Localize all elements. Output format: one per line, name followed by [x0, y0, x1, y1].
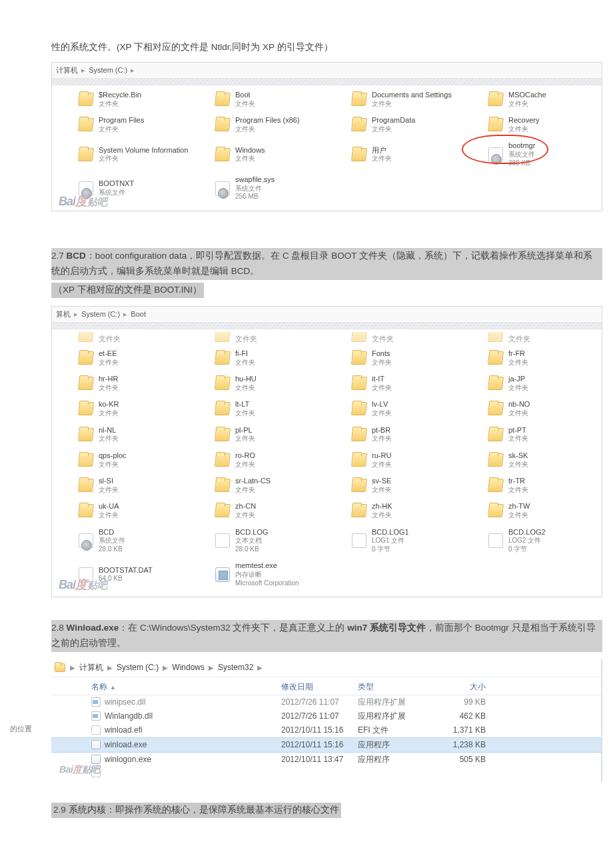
- file-item[interactable]: swapfile.sys系统文件256 MB: [195, 173, 328, 204]
- file-type: 文件夹: [235, 125, 300, 134]
- file-item[interactable]: bootmgr系统文件388 KB: [468, 139, 602, 170]
- file-item[interactable]: memtest.exe内存诊断Microsoft Corporation: [195, 559, 328, 590]
- file-item[interactable]: BCD.LOG文本文档28.0 KB: [195, 525, 328, 557]
- folder-icon: [487, 477, 504, 494]
- col-name[interactable]: 名称▲: [91, 681, 281, 693]
- breadcrumb-seg[interactable]: System (C:): [117, 663, 159, 672]
- file-item[interactable]: MSOCache文件夹: [468, 88, 602, 111]
- file-item[interactable]: it-IT文件夹: [332, 372, 465, 395]
- table-row[interactable]: winload.efi2012/10/11 15:16EFI 文件1,371 K…: [51, 723, 601, 737]
- file-item[interactable]: nl-NL文件夹: [59, 423, 192, 446]
- folder-icon: [214, 400, 231, 417]
- file-item[interactable]: uk-UA文件夹: [59, 499, 192, 522]
- file-item[interactable]: tr-TR文件夹: [468, 474, 602, 497]
- file-item[interactable]: sv-SE文件夹: [332, 474, 465, 497]
- breadcrumb-seg[interactable]: System (C:): [81, 310, 120, 318]
- file-item[interactable]: Fonts文件夹: [332, 347, 465, 369]
- file-item[interactable]: ja-JP文件夹: [468, 372, 602, 395]
- file-item[interactable]: BCD系统文件28.0 KB: [59, 525, 192, 557]
- breadcrumb-seg[interactable]: Boot: [131, 310, 146, 318]
- breadcrumb-seg[interactable]: 计算机: [56, 66, 78, 74]
- table-row[interactable]: winipsec.dll2012/7/26 11:07应用程序扩展99 KB: [51, 695, 601, 709]
- cell-size: 99 KB: [434, 697, 491, 707]
- breadcrumb[interactable]: 算机 ▸ System (C:) ▸ Boot: [52, 306, 602, 323]
- file-item[interactable]: hr-HR文件夹: [59, 372, 192, 395]
- file-item[interactable]: zh-CN文件夹: [195, 499, 328, 522]
- file-label-group: Boot文件夹: [235, 91, 255, 108]
- table-row[interactable]: [51, 767, 601, 779]
- table-row[interactable]: winlogon.exe2012/10/11 13:47应用程序505 KB: [51, 753, 601, 767]
- file-item[interactable]: BOOTNXT系统文件: [59, 173, 192, 204]
- file-item[interactable]: 文件夹: [332, 332, 465, 347]
- file-item[interactable]: qps-ploc文件夹: [59, 449, 192, 471]
- file-name: Fonts: [372, 349, 392, 359]
- file-item[interactable]: Program Files文件夹: [59, 113, 192, 136]
- body-text: 2.8 Winload.exe：在 C:\Windows\System32 文件…: [51, 621, 601, 651]
- file-item[interactable]: 用户文件夹: [332, 139, 465, 170]
- file-item[interactable]: pt-BR文件夹: [332, 423, 465, 446]
- col-date[interactable]: 修改日期: [281, 681, 358, 693]
- file-item[interactable]: pl-PL文件夹: [195, 423, 328, 446]
- file-item[interactable]: BCD.LOG2LOG2 文件0 字节: [468, 525, 602, 557]
- file-item[interactable]: BOOTSTAT.DAT64.0 KB: [59, 559, 192, 590]
- file-item[interactable]: fr-FR文件夹: [468, 347, 602, 369]
- exe-icon: [91, 755, 101, 764]
- file-item[interactable]: Recovery文件夹: [468, 113, 602, 136]
- file-label-group: qps-ploc文件夹: [99, 451, 127, 469]
- file-name: winload.efi: [105, 725, 143, 735]
- file-item[interactable]: Program Files (x86)文件夹: [195, 113, 328, 136]
- file-name: sk-SK: [508, 451, 528, 461]
- cell-type: 应用程序扩展: [358, 711, 434, 722]
- file-item[interactable]: sl-SI文件夹: [59, 474, 192, 497]
- file-item[interactable]: Windows文件夹: [195, 139, 328, 170]
- file-label-group: fr-FR文件夹: [508, 349, 528, 367]
- doc-icon: [214, 532, 231, 549]
- breadcrumb-seg[interactable]: System32: [218, 663, 253, 672]
- file-item[interactable]: sr-Latn-CS文件夹: [195, 474, 328, 497]
- sys-icon: [77, 180, 95, 197]
- file-item[interactable]: hu-HU文件夹: [195, 372, 328, 395]
- file-item[interactable]: 文件夹: [59, 332, 192, 347]
- table-row[interactable]: Winlangdb.dll2012/7/26 11:07应用程序扩展462 KB: [51, 709, 601, 723]
- toolbar-placeholder: [52, 323, 602, 329]
- file-item[interactable]: Boot文件夹: [195, 88, 328, 111]
- file-name: BCD.LOG1: [372, 528, 409, 537]
- file-item[interactable]: et-EE文件夹: [59, 347, 192, 369]
- file-item[interactable]: sk-SK文件夹: [468, 449, 602, 471]
- file-item[interactable]: fi-FI文件夹: [195, 347, 328, 369]
- file-type: 文件夹: [508, 100, 546, 109]
- table-row[interactable]: winload.exe2012/10/11 15:16应用程序1,238 KB: [51, 737, 601, 753]
- file-item[interactable]: System Volume Information文件夹: [59, 139, 192, 170]
- file-type: 文本文档: [235, 537, 269, 545]
- file-item[interactable]: ro-RO文件夹: [195, 449, 328, 471]
- col-size[interactable]: 大小: [434, 681, 491, 693]
- file-item[interactable]: zh-HK文件夹: [332, 499, 465, 522]
- breadcrumb-seg[interactable]: System (C:): [89, 66, 127, 74]
- breadcrumb[interactable]: 计算机 ▸ System (C:) ▸: [52, 62, 602, 79]
- file-item[interactable]: nb-NO文件夹: [468, 397, 602, 420]
- col-type[interactable]: 类型: [358, 681, 434, 693]
- breadcrumb-seg[interactable]: 算机: [56, 310, 71, 318]
- file-item[interactable]: $Recycle.Bin文件夹: [59, 88, 192, 111]
- file-item[interactable]: BCD.LOG1LOG1 文件0 字节: [332, 525, 465, 557]
- file-item[interactable]: pt-PT文件夹: [468, 423, 602, 446]
- file-name: winload.exe: [105, 740, 147, 749]
- breadcrumb[interactable]: ▶ 计算机 ▶ System (C:) ▶ Windows ▶ System32…: [51, 659, 601, 677]
- file-grid: $Recycle.Bin文件夹Boot文件夹Documents and Sett…: [52, 85, 602, 211]
- file-item[interactable]: 文件夹: [468, 332, 602, 347]
- file-item[interactable]: zh-TW文件夹: [468, 499, 602, 522]
- column-headers[interactable]: 名称▲ 修改日期 类型 大小: [51, 677, 601, 695]
- file-item[interactable]: lt-LT文件夹: [195, 397, 328, 420]
- file-item[interactable]: 文件夹: [195, 332, 328, 347]
- text: （XP 下相对应的文件是 BOOT.INI）: [51, 283, 204, 298]
- breadcrumb-seg[interactable]: Windows: [172, 663, 205, 672]
- file-item[interactable]: ko-KR文件夹: [59, 397, 192, 420]
- exe-icon: [91, 740, 101, 749]
- file-item[interactable]: ru-RU文件夹: [332, 449, 465, 471]
- folder-icon: [214, 91, 231, 108]
- file-item[interactable]: Documents and Settings文件夹: [332, 88, 465, 111]
- file-item[interactable]: ProgramData文件夹: [332, 113, 465, 136]
- file-name: Recovery: [508, 116, 539, 125]
- file-item[interactable]: lv-LV文件夹: [332, 397, 465, 420]
- breadcrumb-seg[interactable]: 计算机: [79, 662, 103, 673]
